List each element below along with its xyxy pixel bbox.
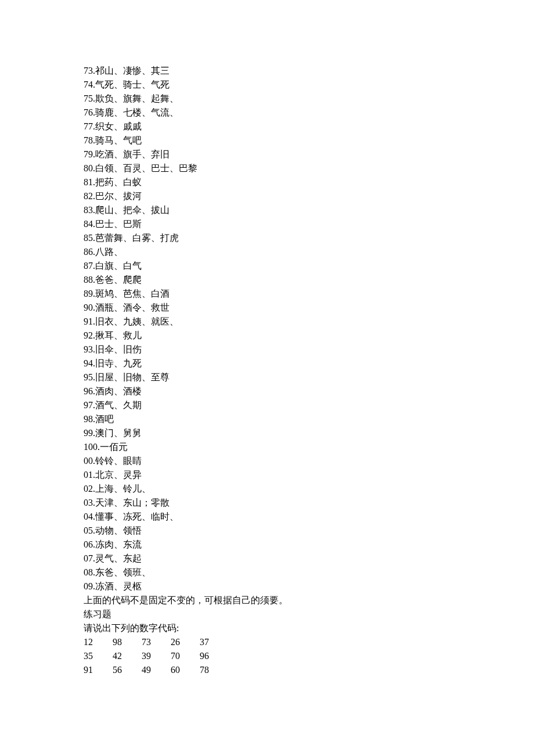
text-line: 90.酒瓶、酒令、救世 — [84, 301, 534, 315]
text-line: 100.一佰元 — [84, 440, 534, 454]
number-cell: 73 — [142, 635, 171, 649]
text-line: 86.八路、 — [84, 245, 534, 259]
text-line: 77.织女、戚戚 — [84, 120, 534, 134]
number-cell: 96 — [200, 649, 229, 663]
number-row: 1298732637 — [84, 635, 534, 649]
text-line: 88.爸爸、爬爬 — [84, 273, 534, 287]
number-grid: 129873263735423970969156496078 — [84, 635, 534, 677]
number-cell: 12 — [84, 635, 113, 649]
text-line: 08.东爸、领班、 — [84, 566, 534, 579]
text-line: 84.巴士、巴斯 — [84, 217, 534, 231]
number-row: 3542397096 — [84, 649, 534, 663]
number-row: 9156496078 — [84, 663, 534, 677]
text-line: 78.骑马、气吧 — [84, 134, 534, 147]
number-cell: 70 — [171, 649, 200, 663]
number-cell: 37 — [200, 635, 229, 649]
number-cell: 56 — [113, 663, 142, 677]
text-line: 80.白领、百灵、巴士、巴黎 — [84, 161, 534, 175]
number-cell: 39 — [142, 649, 171, 663]
text-line: 03.天津、东山；零散 — [84, 496, 534, 510]
text-line: 83.爬山、把伞、拔山 — [84, 203, 534, 217]
text-line: 98.酒吧 — [84, 412, 534, 426]
number-cell: 91 — [84, 663, 113, 677]
text-line: 75.欺负、旗舞、起舞、 — [84, 92, 534, 106]
text-line: 81.把药、白蚁 — [84, 175, 534, 189]
text-line: 99.澳门、舅舅 — [84, 426, 534, 440]
number-cell: 78 — [200, 663, 229, 677]
text-line: 97.酒气、久期 — [84, 398, 534, 412]
text-line: 93.旧伞、旧伤 — [84, 343, 534, 357]
number-cell: 60 — [171, 663, 200, 677]
text-line: 95.旧屋、旧物、至尊 — [84, 370, 534, 384]
text-line: 04.懂事、冻死、临时、 — [84, 510, 534, 524]
text-line: 74.气死、骑士、气死 — [84, 78, 534, 92]
number-cell: 26 — [171, 635, 200, 649]
text-line: 82.巴尔、拔河 — [84, 189, 534, 203]
text-line: 09.冻酒、灵柩 — [84, 579, 534, 593]
text-line: 07.灵气、东起 — [84, 552, 534, 566]
text-line: 上面的代码不是固定不变的，可根据自己的须要。 — [84, 593, 534, 607]
number-cell: 35 — [84, 649, 113, 663]
text-line: 00.铃铃、眼睛 — [84, 454, 534, 468]
number-cell: 49 — [142, 663, 171, 677]
number-cell: 42 — [113, 649, 142, 663]
text-line: 76.骑鹿、七楼、气流、 — [84, 106, 534, 120]
text-line: 91.旧衣、九姨、就医、 — [84, 315, 534, 329]
text-line: 73.祁山、凄惨、其三 — [84, 64, 534, 78]
text-line: 02.上海、铃儿、 — [84, 482, 534, 496]
text-body: 73.祁山、凄惨、其三74.气死、骑士、气死75.欺负、旗舞、起舞、76.骑鹿、… — [84, 64, 534, 635]
text-line: 96.酒肉、酒楼 — [84, 384, 534, 398]
number-cell: 98 — [113, 635, 142, 649]
text-line: 85.芭蕾舞、白雾、打虎 — [84, 231, 534, 245]
text-line: 请说出下列的数字代码: — [84, 621, 534, 635]
text-line: 92.揪耳、救儿 — [84, 329, 534, 343]
document-page: 73.祁山、凄惨、其三74.气死、骑士、气死75.欺负、旗舞、起舞、76.骑鹿、… — [0, 0, 534, 756]
text-line: 89.斑鸠、芭焦、白酒 — [84, 287, 534, 301]
text-line: 练习题 — [84, 607, 534, 621]
text-line: 01.北京、灵异 — [84, 468, 534, 482]
text-line: 05.动物、领悟 — [84, 524, 534, 538]
text-line: 06.冻肉、东流 — [84, 538, 534, 552]
text-line: 87.白旗、白气 — [84, 259, 534, 273]
text-line: 79.吃酒、旗手、弃旧 — [84, 147, 534, 161]
text-line: 94.旧寺、九死 — [84, 357, 534, 370]
